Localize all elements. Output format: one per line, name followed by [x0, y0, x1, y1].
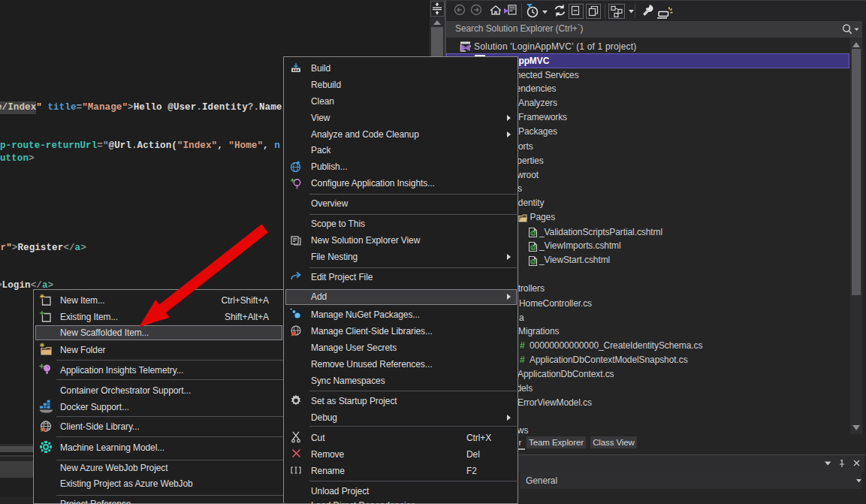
svg-text:@: @ — [530, 243, 537, 251]
svg-text:@: @ — [530, 229, 537, 237]
svg-text:@: @ — [530, 258, 537, 265]
